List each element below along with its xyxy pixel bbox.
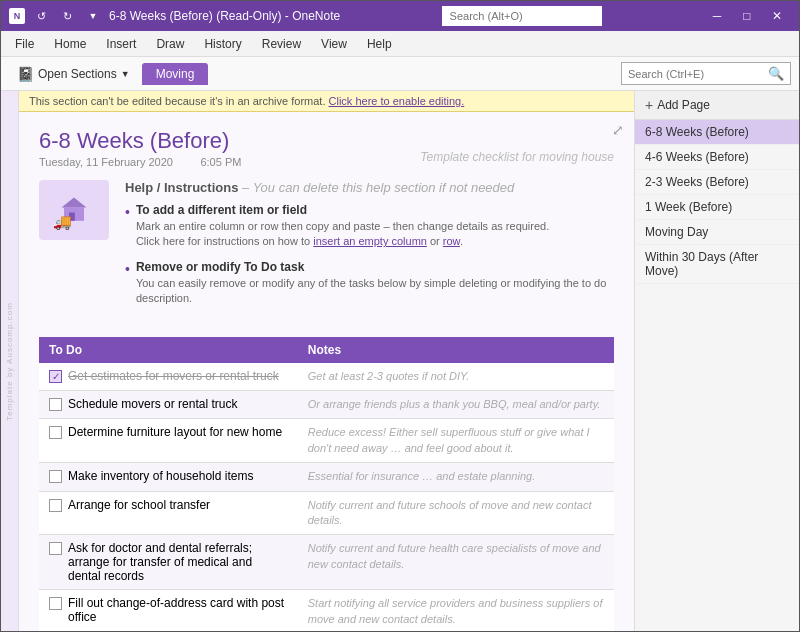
help-item-remove-content: Remove or modify To Do task You can easi… [136, 260, 614, 307]
sidebar-page-item[interactable]: 4-6 Weeks (Before) [635, 145, 799, 170]
todo-cell: Arrange for school transfer [39, 491, 298, 535]
content-area: This section can't be edited because it'… [19, 91, 634, 631]
table-row: ✓ Get estimates for movers or rental tru… [39, 363, 614, 391]
close-btn[interactable]: ✕ [763, 7, 791, 25]
help-add-link-text: Click here for instructions on how to in… [136, 235, 463, 247]
todo-text: Make inventory of household items [68, 469, 253, 483]
toolbar: 📓 Open Sections ▼ Moving 🔍 [1, 57, 799, 91]
menu-bar: File Home Insert Draw History Review Vie… [1, 31, 799, 57]
add-page-label: Add Page [657, 98, 710, 112]
notes-cell: Notify current and future schools of mov… [298, 491, 614, 535]
title-search-input[interactable] [442, 6, 602, 26]
notes-cell: Reduce excess! Either sell superfluous s… [298, 419, 614, 463]
todo-checkbox[interactable] [49, 398, 62, 411]
todo-checkbox[interactable] [49, 499, 62, 512]
todo-cell: Fill out change-of-address card with pos… [39, 590, 298, 631]
todo-cell: Schedule movers or rental truck [39, 390, 298, 418]
todo-checkbox[interactable] [49, 542, 62, 555]
bullet-icon: • [125, 203, 130, 250]
onenote-icon: N [9, 8, 25, 24]
time-text: 6:05 PM [200, 156, 241, 168]
toolbar-search: 🔍 [621, 62, 791, 85]
insert-column-link[interactable]: insert an empty column [313, 235, 427, 247]
insert-row-link[interactable]: row [443, 235, 460, 247]
menu-insert[interactable]: Insert [96, 34, 146, 54]
help-remove-title: Remove or modify To Do task [136, 260, 614, 274]
menu-view[interactable]: View [311, 34, 357, 54]
menu-history[interactable]: History [194, 34, 251, 54]
sidebar-page-item[interactable]: 2-3 Weeks (Before) [635, 170, 799, 195]
table-row: Schedule movers or rental truck Or arran… [39, 390, 614, 418]
title-bar-left: N ↺ ↻ ▼ 6-8 Weeks (Before) (Read-Only) -… [9, 6, 340, 26]
todo-text: Arrange for school transfer [68, 498, 210, 512]
sidebar-page-item[interactable]: Moving Day [635, 220, 799, 245]
add-page-button[interactable]: + Add Page [635, 91, 799, 120]
menu-file[interactable]: File [5, 34, 44, 54]
todo-cell: Make inventory of household items [39, 463, 298, 491]
search-input[interactable] [622, 65, 762, 83]
moving-truck-icon: 🚚 [39, 180, 109, 240]
notes-header: Notes [298, 337, 614, 363]
restore-btn[interactable]: □ [733, 7, 761, 25]
sidebar-page-item[interactable]: Within 30 Days (After Move) [635, 245, 799, 284]
todo-table: To Do Notes ✓ Get estimates for movers o… [39, 337, 614, 631]
todo-checkbox[interactable] [49, 426, 62, 439]
todo-checkbox[interactable] [49, 470, 62, 483]
todo-cell: Ask for doctor and dental referrals; arr… [39, 535, 298, 590]
main-area: Template by Auscomp.com This section can… [1, 91, 799, 631]
bullet-icon-2: • [125, 260, 130, 307]
todo-checkbox[interactable] [49, 597, 62, 610]
notes-text: Start notifying all service providers an… [308, 597, 603, 624]
notebook-icon: 📓 [17, 66, 34, 82]
notes-cell: Get at least 2-3 quotes if not DIY. [298, 363, 614, 391]
notes-cell: Start notifying all service providers an… [298, 590, 614, 631]
help-add-body: Mark an entire column or row then copy a… [136, 220, 549, 232]
todo-text: Schedule movers or rental truck [68, 397, 237, 411]
enable-editing-link[interactable]: Click here to enable editing. [329, 95, 465, 107]
table-row: Ask for doctor and dental referrals; arr… [39, 535, 614, 590]
search-icon[interactable]: 🔍 [762, 63, 790, 84]
watermark-strip: Template by Auscomp.com [1, 91, 19, 631]
menu-draw[interactable]: Draw [146, 34, 194, 54]
table-row: Arrange for school transfer Notify curre… [39, 491, 614, 535]
expand-icon[interactable]: ⤢ [612, 122, 624, 138]
minimize-btn[interactable]: ─ [703, 7, 731, 25]
date-text: Tuesday, 11 February 2020 [39, 156, 173, 168]
help-section: 🚚 Help / Instructions – You can delete t… [39, 180, 614, 317]
help-item-add-content: To add a different item or field Mark an… [136, 203, 549, 250]
plus-icon: + [645, 97, 653, 113]
menu-help[interactable]: Help [357, 34, 402, 54]
open-sections-label: Open Sections [38, 67, 117, 81]
todo-text: Get estimates for movers or rental truck [68, 369, 279, 383]
open-sections-button[interactable]: 📓 Open Sections ▼ [9, 62, 138, 86]
notes-cell: Or arrange friends plus a thank you BBQ,… [298, 390, 614, 418]
help-title-text: Help / Instructions [125, 180, 238, 195]
redo-btn[interactable]: ↻ [57, 6, 77, 26]
help-content: Help / Instructions – You can delete thi… [125, 180, 614, 317]
table-row: Fill out change-of-address card with pos… [39, 590, 614, 631]
window-controls: ─ □ ✕ [703, 7, 791, 25]
todo-text: Fill out change-of-address card with pos… [68, 596, 288, 624]
menu-review[interactable]: Review [252, 34, 311, 54]
sidebar-page-item[interactable]: 6-8 Weeks (Before) [635, 120, 799, 145]
svg-text:🚚: 🚚 [53, 213, 72, 231]
help-add-title: To add a different item or field [136, 203, 549, 217]
title-bar: N ↺ ↻ ▼ 6-8 Weeks (Before) (Read-Only) -… [1, 1, 799, 31]
more-btn[interactable]: ▼ [83, 6, 103, 26]
todo-checkbox[interactable]: ✓ [49, 370, 62, 383]
notes-text: Get at least 2-3 quotes if not DIY. [308, 370, 470, 382]
section-tab-moving[interactable]: Moving [142, 63, 209, 85]
sidebar-page-item[interactable]: 1 Week (Before) [635, 195, 799, 220]
page-content: ⤢ 6-8 Weeks (Before) Tuesday, 11 Februar… [19, 112, 634, 631]
help-add-text: Mark an entire column or row then copy a… [136, 219, 549, 250]
notes-text: Essential for insurance … and estate pla… [308, 470, 535, 482]
help-subtitle-text: – You can delete this help section if no… [242, 180, 514, 195]
todo-cell: ✓ Get estimates for movers or rental tru… [39, 363, 298, 391]
undo-btn[interactable]: ↺ [31, 6, 51, 26]
help-remove-text: You can easily remove or modify any of t… [136, 276, 614, 307]
menu-home[interactable]: Home [44, 34, 96, 54]
todo-text: Ask for doctor and dental referrals; arr… [68, 541, 288, 583]
todo-header: To Do [39, 337, 298, 363]
todo-text: Determine furniture layout for new home [68, 425, 282, 439]
warning-bar: This section can't be edited because it'… [19, 91, 634, 112]
